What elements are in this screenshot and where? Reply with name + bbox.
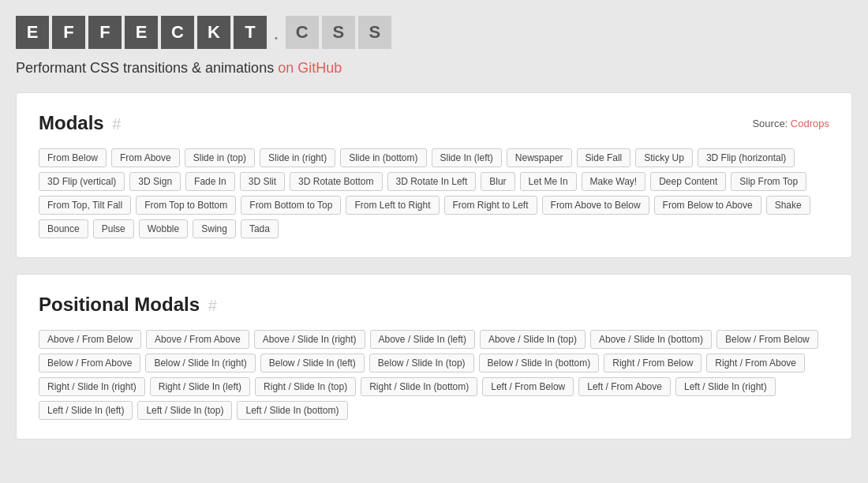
- github-link[interactable]: on GitHub: [278, 60, 342, 76]
- positional-tag[interactable]: Below / Slide In (top): [369, 354, 474, 373]
- positional-modals-hash: #: [208, 297, 217, 314]
- logo-css: C S S: [286, 16, 391, 49]
- logo-letter-e2: E: [125, 16, 158, 49]
- modals-tags: From BelowFrom AboveSlide in (top)Slide …: [39, 148, 829, 238]
- logo-letter-k: K: [197, 16, 230, 49]
- modal-tag[interactable]: Swing: [193, 219, 236, 238]
- modal-tag[interactable]: 3D Rotate Bottom: [290, 172, 382, 191]
- modal-tag[interactable]: 3D Slit: [240, 172, 285, 191]
- positional-tag[interactable]: Above / Slide In (right): [254, 330, 365, 349]
- positional-tag[interactable]: Right / Slide In (left): [150, 377, 250, 396]
- modal-tag[interactable]: Slip From Top: [731, 172, 806, 191]
- modals-section: Modals # Source: Codrops From BelowFrom …: [16, 92, 852, 258]
- logo-letter-e: E: [16, 16, 49, 49]
- modal-tag[interactable]: Wobble: [139, 219, 188, 238]
- modals-source: Source: Codrops: [752, 118, 829, 129]
- positional-tag[interactable]: Below / Slide In (right): [145, 354, 255, 373]
- modal-tag[interactable]: From Above: [111, 148, 180, 167]
- positional-tag[interactable]: Below / From Above: [39, 354, 140, 373]
- modal-tag[interactable]: From Above to Below: [542, 196, 649, 215]
- logo-letter-f2: F: [88, 16, 122, 49]
- logo-css-c: C: [286, 16, 319, 49]
- positional-tag[interactable]: Right / Slide In (right): [39, 377, 145, 396]
- positional-tag[interactable]: Below / Slide In (left): [260, 354, 365, 373]
- modal-tag[interactable]: Slide in (right): [260, 148, 335, 167]
- tagline-text: Performant CSS transitions & animations: [16, 60, 274, 76]
- logo-row: E F F E C K T . C S S: [16, 16, 852, 49]
- codrops-link[interactable]: Codrops: [791, 118, 829, 129]
- modal-tag[interactable]: Tada: [241, 219, 279, 238]
- positional-tag[interactable]: Right / Slide In (bottom): [361, 377, 477, 396]
- modal-tag[interactable]: From Right to Left: [444, 196, 537, 215]
- logo-letter-f1: F: [52, 16, 85, 49]
- modals-header: Modals # Source: Codrops: [39, 112, 829, 134]
- modal-tag[interactable]: Bounce: [39, 219, 88, 238]
- positional-tag[interactable]: Above / Slide In (top): [480, 330, 586, 349]
- positional-tag[interactable]: Above / From Below: [39, 330, 141, 349]
- logo-letter-t: T: [234, 16, 267, 49]
- modals-hash: #: [112, 115, 121, 133]
- modal-tag[interactable]: From Left to Right: [346, 196, 439, 215]
- positional-tag[interactable]: Left / Slide In (right): [675, 377, 776, 396]
- logo-css-s1: S: [322, 16, 355, 49]
- positional-tag[interactable]: Left / Slide In (left): [39, 401, 133, 420]
- positional-modals-section: Positional Modals # Above / From BelowAb…: [16, 274, 852, 440]
- positional-tag[interactable]: Right / From Below: [604, 354, 702, 373]
- logo-css-s2: S: [358, 16, 391, 49]
- positional-tag[interactable]: Left / From Above: [578, 377, 671, 396]
- modals-title: Modals #: [39, 112, 121, 134]
- modal-tag[interactable]: 3D Flip (horizontal): [698, 148, 795, 167]
- modal-tag[interactable]: 3D Sign: [129, 172, 181, 191]
- modal-tag[interactable]: 3D Flip (vertical): [39, 172, 125, 191]
- modal-tag[interactable]: Slide In (left): [432, 148, 502, 167]
- modal-tag[interactable]: Make Way!: [582, 172, 646, 191]
- modal-tag[interactable]: From Below to Above: [654, 196, 761, 215]
- positional-tag[interactable]: Above / Slide In (bottom): [590, 330, 712, 349]
- positional-tag[interactable]: Above / From Above: [146, 330, 249, 349]
- modal-tag[interactable]: Shake: [766, 196, 810, 215]
- modal-tag[interactable]: From Bottom to Top: [241, 196, 341, 215]
- modal-tag[interactable]: Pulse: [93, 219, 134, 238]
- positional-tag[interactable]: Left / From Below: [482, 377, 574, 396]
- modal-tag[interactable]: Blur: [481, 172, 514, 191]
- modal-tag[interactable]: Sticky Up: [635, 148, 693, 167]
- modal-tag[interactable]: Fade In: [185, 172, 235, 191]
- modal-tag[interactable]: Let Me In: [520, 172, 577, 191]
- modal-tag[interactable]: From Below: [39, 148, 107, 167]
- modal-tag[interactable]: Deep Content: [650, 172, 726, 191]
- modal-tag[interactable]: Side Fall: [577, 148, 631, 167]
- positional-tag[interactable]: Above / Slide In (left): [370, 330, 475, 349]
- logo-dot: .: [273, 20, 279, 45]
- modal-tag[interactable]: Newspaper: [507, 148, 572, 167]
- positional-modals-title: Positional Modals #: [39, 294, 217, 316]
- modal-tag[interactable]: From Top, Tilt Fall: [39, 196, 131, 215]
- tagline: Performant CSS transitions & animations …: [16, 60, 852, 77]
- positional-tag[interactable]: Below / From Below: [716, 330, 818, 349]
- modal-tag[interactable]: Slide in (bottom): [340, 148, 426, 167]
- modal-tag[interactable]: 3D Rotate In Left: [387, 172, 477, 191]
- positional-tag[interactable]: Right / From Above: [706, 354, 805, 373]
- positional-modals-header: Positional Modals #: [39, 294, 829, 316]
- positional-tag[interactable]: Left / Slide In (bottom): [237, 401, 347, 420]
- positional-tag[interactable]: Left / Slide In (top): [137, 401, 232, 420]
- positional-tag[interactable]: Right / Slide In (top): [255, 377, 356, 396]
- modal-tag[interactable]: From Top to Bottom: [136, 196, 236, 215]
- positional-modals-tags: Above / From BelowAbove / From AboveAbov…: [39, 330, 829, 420]
- positional-tag[interactable]: Below / Slide In (bottom): [479, 354, 600, 373]
- modal-tag[interactable]: Slide in (top): [185, 148, 255, 167]
- logo-letter-c: C: [161, 16, 194, 49]
